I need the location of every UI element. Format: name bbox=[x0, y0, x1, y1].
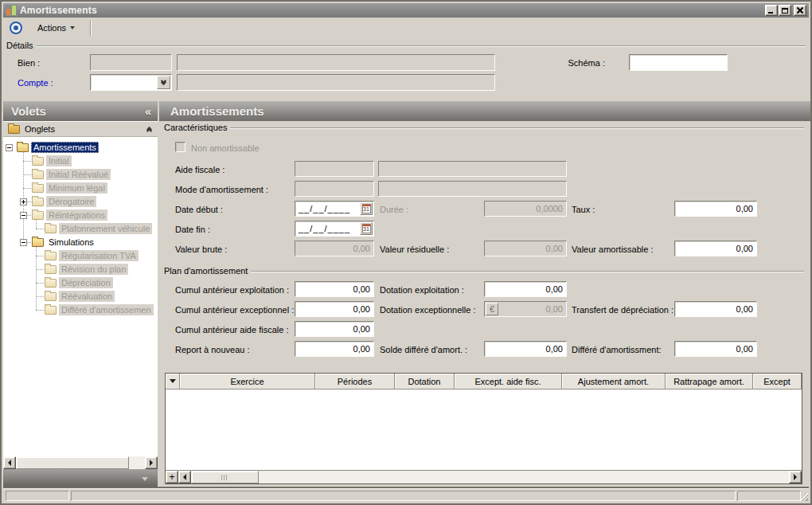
column-header-ajustement-amort[interactable]: Ajustement amort. bbox=[562, 374, 666, 390]
folder-icon bbox=[32, 157, 44, 166]
mode-name-field bbox=[378, 181, 567, 197]
tree-item-label: Initial bbox=[46, 155, 72, 166]
column-header-except[interactable]: Except bbox=[753, 374, 802, 390]
cumul-aide-fiscale-field[interactable]: 0,00 bbox=[295, 321, 374, 337]
tree-line bbox=[36, 269, 44, 270]
close-button[interactable] bbox=[794, 5, 806, 16]
tree-expander-plus[interactable] bbox=[20, 198, 27, 206]
tree-expander-minus[interactable] bbox=[20, 239, 27, 246]
column-header-exercice[interactable]: Exercice bbox=[180, 374, 315, 390]
tree-item-derogatoire: Dérogatoire bbox=[32, 195, 96, 208]
scrollbar-thumb[interactable] bbox=[16, 456, 129, 469]
solde-differe-field[interactable]: 0,00 bbox=[484, 341, 567, 357]
folder-icon bbox=[45, 279, 57, 288]
scroll-left-button[interactable] bbox=[3, 456, 16, 469]
group-divider bbox=[37, 45, 806, 47]
valeur-residuelle-field: 0,00 bbox=[484, 241, 567, 256]
panel-collapse-button[interactable]: « bbox=[145, 105, 151, 118]
status-cell bbox=[737, 491, 801, 501]
mode-code-field bbox=[295, 181, 374, 197]
tree-expander-minus[interactable] bbox=[20, 212, 27, 219]
tree-item-amortissements[interactable]: Amortissements bbox=[17, 141, 99, 154]
add-row-button[interactable]: + bbox=[166, 471, 178, 483]
transfert-depreciation-field[interactable]: 0,00 bbox=[674, 301, 757, 317]
scrollbar-track[interactable] bbox=[259, 471, 789, 483]
dotation-exploitation-field[interactable]: 0,00 bbox=[484, 281, 567, 297]
report-a-nouveau-field[interactable]: 0,00 bbox=[295, 341, 374, 357]
duree-label: Durée : bbox=[380, 205, 408, 214]
grid-footer: + bbox=[166, 470, 802, 483]
schema-field[interactable] bbox=[629, 54, 728, 71]
duree-field: 0,0000 bbox=[484, 201, 567, 217]
scroll-left-button[interactable] bbox=[178, 471, 191, 483]
resize-grip[interactable] bbox=[798, 491, 808, 501]
valeur-amortissable-field[interactable]: 0,00 bbox=[674, 241, 757, 256]
date-debut-field[interactable]: __/__/____ 31 bbox=[295, 201, 374, 217]
column-header-dotation[interactable]: Dotation bbox=[395, 374, 455, 390]
main-panel-header: Amortissements bbox=[159, 101, 810, 121]
taux-label: Taux : bbox=[572, 205, 595, 214]
maximize-button[interactable] bbox=[779, 5, 791, 16]
grid-body[interactable] bbox=[166, 390, 802, 470]
tree-item-label: Révision du plan bbox=[59, 264, 128, 275]
onglets-bar[interactable]: Onglets bbox=[3, 121, 158, 137]
tree-item-label: Initial Réévalué bbox=[46, 169, 111, 180]
date-fin-label: Date fin : bbox=[175, 225, 210, 234]
date-fin-field[interactable]: __/__/____ 31 bbox=[295, 221, 374, 237]
tree-expander-minus[interactable] bbox=[6, 144, 13, 151]
folder-icon bbox=[45, 252, 57, 260]
actions-bullseye-icon bbox=[10, 22, 22, 34]
scroll-right-button[interactable] bbox=[145, 456, 158, 469]
folder-icon bbox=[45, 292, 57, 301]
grid-selector-button[interactable] bbox=[166, 374, 180, 390]
dropdown-arrow-icon bbox=[142, 477, 148, 484]
arrow-left-icon bbox=[180, 474, 186, 480]
bien-label: Bien : bbox=[18, 58, 40, 68]
tree-line bbox=[23, 188, 31, 189]
actions-button[interactable]: Actions bbox=[32, 20, 80, 36]
cumul-exceptionnel-field[interactable]: 0,00 bbox=[295, 301, 374, 317]
scrollbar-thumb[interactable] bbox=[191, 471, 259, 483]
compte-dropdown-button[interactable] bbox=[157, 76, 170, 89]
tree-line bbox=[36, 256, 44, 256]
actions-label: Actions bbox=[37, 23, 66, 33]
calendar-button[interactable]: 31 bbox=[360, 222, 373, 235]
volets-title: Volets bbox=[11, 104, 46, 118]
cumul-exploitation-field[interactable]: 0,00 bbox=[295, 281, 374, 297]
collapse-group-button[interactable] bbox=[147, 127, 151, 131]
minimize-button[interactable] bbox=[765, 5, 778, 16]
panel-footer-bar[interactable] bbox=[3, 469, 158, 488]
compte-combo[interactable] bbox=[90, 74, 172, 91]
mode-amortissement-label: Mode d'amortissement : bbox=[175, 185, 268, 194]
column-header-rattrapage-amort[interactable]: Rattrapage amort. bbox=[666, 374, 753, 390]
tree-item-label: Régularisation TVA bbox=[59, 250, 139, 261]
scroll-right-button[interactable] bbox=[789, 471, 802, 483]
tree-item-differe-amortissement: Différé d'amortissemen bbox=[45, 303, 158, 316]
app-icon bbox=[6, 5, 17, 16]
folder-icon bbox=[32, 238, 44, 247]
differe-amortissement-field[interactable]: 0,00 bbox=[674, 341, 757, 357]
tree-item-label: Réévaluation bbox=[59, 291, 115, 302]
tree-item-label: Dérogatoire bbox=[46, 196, 96, 207]
volets-header: Volets « bbox=[3, 101, 158, 121]
tree-horizontal-scrollbar[interactable] bbox=[3, 456, 158, 469]
tree-item-simulations[interactable]: Simulations bbox=[32, 236, 96, 249]
compte-label: Compte : bbox=[18, 78, 53, 88]
cumul-exceptionnel-label: Cumul antérieur exceptionnel : bbox=[175, 305, 294, 315]
column-header-except-aide-fisc[interactable]: Except. aide fisc. bbox=[455, 374, 562, 390]
cumul-aide-fiscale-label: Cumul antérieur aide fiscale : bbox=[175, 325, 288, 335]
scrollbar-track[interactable] bbox=[129, 456, 145, 469]
tree-line bbox=[23, 161, 31, 162]
calendar-button[interactable]: 31 bbox=[360, 202, 373, 215]
tree-line bbox=[23, 174, 31, 175]
bien-code-field bbox=[90, 54, 172, 71]
taux-field[interactable]: 0,00 bbox=[674, 201, 757, 217]
date-mask: __/__/____ bbox=[299, 204, 350, 213]
calendar-icon: 31 bbox=[362, 204, 371, 213]
column-header-periodes[interactable]: Périodes bbox=[315, 374, 395, 390]
toolbar: Actions bbox=[3, 18, 809, 38]
euro-button: € bbox=[486, 303, 498, 315]
onglets-tree: Amortissements Initial Initial Réévalué … bbox=[3, 137, 158, 456]
tree-line bbox=[36, 283, 44, 284]
tree-line bbox=[27, 242, 31, 243]
